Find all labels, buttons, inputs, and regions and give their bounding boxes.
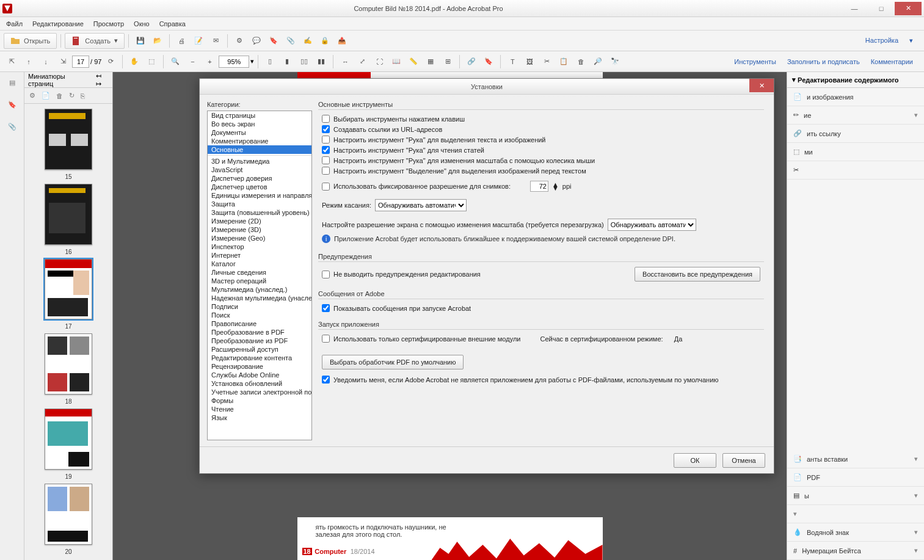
- categories-label: Категории:: [207, 101, 312, 108]
- ppi-input[interactable]: [530, 181, 548, 192]
- checkbox-hide-edit-warnings[interactable]: [322, 271, 330, 278]
- category-item[interactable]: Расширенный доступ: [208, 345, 311, 354]
- category-item[interactable]: Установка обновлений: [208, 379, 311, 388]
- category-item[interactable]: Службы Adobe Online: [208, 371, 311, 379]
- cert-mode-label: Сейчас в сертифицированном режиме:: [540, 335, 663, 343]
- category-item[interactable]: Защита (повышенный уровень): [208, 208, 311, 217]
- screen-res-select[interactable]: Обнаруживать автоматически: [608, 219, 696, 231]
- checkbox-hand-zoom[interactable]: [322, 156, 330, 164]
- category-item[interactable]: Инспектор: [208, 242, 311, 251]
- touch-mode-label: Режим касания:: [322, 202, 371, 209]
- touch-mode-select[interactable]: Обнаруживать автоматически: [375, 199, 467, 211]
- categories-list[interactable]: Вид страницыВо весь экранДокументыКоммен…: [207, 111, 312, 440]
- category-item[interactable]: Надежная мультимедиа (унаслед.): [208, 294, 311, 302]
- category-item[interactable]: Язык: [208, 413, 311, 422]
- checkbox-fixed-res[interactable]: [322, 183, 330, 191]
- category-item[interactable]: Измерение (2D): [208, 217, 311, 225]
- checkbox-keyboard-tools[interactable]: [322, 115, 330, 123]
- category-item[interactable]: Документы: [208, 128, 311, 137]
- reset-warnings-button[interactable]: Восстановить все предупреждения: [635, 267, 760, 282]
- spinner-down-icon[interactable]: ▼: [552, 186, 559, 190]
- checkbox-hand-articles[interactable]: [322, 146, 330, 154]
- category-item[interactable]: Поиск: [208, 311, 311, 319]
- preferences-dialog: Установки ✕ Категории: Вид страницыВо ве…: [199, 78, 774, 474]
- cert-mode-value: Да: [674, 335, 683, 343]
- category-item[interactable]: Чтение: [208, 405, 311, 413]
- category-item[interactable]: Интернет: [208, 251, 311, 260]
- category-item[interactable]: Правописание: [208, 319, 311, 328]
- category-item[interactable]: Редактирование контента: [208, 354, 311, 362]
- category-item[interactable]: Основные: [208, 145, 311, 154]
- checkbox-show-startup-messages[interactable]: [322, 304, 330, 312]
- category-item[interactable]: Диспетчер цветов: [208, 183, 311, 191]
- category-item[interactable]: Во весь экран: [208, 120, 311, 128]
- category-item[interactable]: Измерение (3D): [208, 225, 311, 234]
- checkbox-notify-default[interactable]: [322, 376, 330, 384]
- group-app-launch: Запуск приложения: [318, 321, 764, 330]
- group-main-tools: Основные инструменты: [318, 101, 764, 110]
- category-item[interactable]: Комментирование: [208, 137, 311, 145]
- category-item[interactable]: Преобразование в PDF: [208, 328, 311, 336]
- category-item[interactable]: JavaScript: [208, 165, 311, 174]
- category-item[interactable]: Формы: [208, 396, 311, 405]
- screen-res-label: Настройте разрешение экрана с помощью из…: [322, 221, 604, 228]
- category-item[interactable]: Подписи: [208, 302, 311, 311]
- checkbox-certified-plugins[interactable]: [322, 335, 330, 343]
- group-warnings: Предупреждения: [318, 253, 764, 262]
- group-adobe-messages: Сообщения от Adobe: [318, 290, 764, 299]
- category-item[interactable]: Каталог: [208, 260, 311, 268]
- category-item[interactable]: Измерение (Geo): [208, 234, 311, 242]
- default-pdf-handler-button[interactable]: Выбрать обработчик PDF по умолчанию: [322, 355, 464, 369]
- category-item[interactable]: 3D и Мультимедиа: [208, 157, 311, 165]
- cancel-button[interactable]: Отмена: [722, 453, 765, 468]
- info-icon: i: [322, 235, 330, 243]
- category-item[interactable]: Учетные записи электронной почты: [208, 388, 311, 396]
- ok-button[interactable]: ОК: [674, 453, 716, 468]
- dialog-title: Установки: [471, 83, 503, 90]
- category-item[interactable]: Рецензирование: [208, 362, 311, 371]
- category-item[interactable]: Защита: [208, 200, 311, 208]
- category-item[interactable]: Мастер операций: [208, 277, 311, 285]
- category-item[interactable]: Мультимедиа (унаслед.): [208, 285, 311, 294]
- checkbox-url-links[interactable]: [322, 125, 330, 133]
- checkbox-hand-select[interactable]: [322, 136, 330, 144]
- category-item[interactable]: Диспетчер доверия: [208, 174, 311, 183]
- checkbox-select-images[interactable]: [322, 167, 330, 175]
- category-item[interactable]: Преобразование из PDF: [208, 336, 311, 345]
- category-item[interactable]: Вид страницы: [208, 111, 311, 120]
- dialog-close-button[interactable]: ✕: [749, 79, 774, 92]
- category-item[interactable]: Личные сведения: [208, 268, 311, 277]
- category-item[interactable]: Единицы измерения и направляющие: [208, 191, 311, 200]
